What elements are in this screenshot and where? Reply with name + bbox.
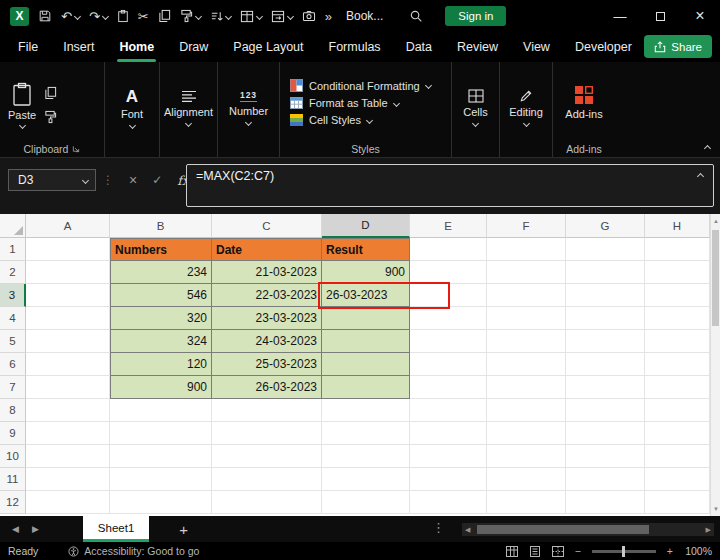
menu-tab-data[interactable]: Data	[404, 32, 434, 62]
formula-input[interactable]: =MAX(C2:C7)	[186, 164, 714, 207]
save-icon[interactable]	[38, 9, 52, 23]
normal-view-icon[interactable]	[506, 546, 518, 557]
vertical-scrollbar[interactable]: ▲ ▼	[710, 214, 720, 516]
cell-d11[interactable]	[322, 468, 410, 491]
column-header-a[interactable]: A	[26, 214, 110, 238]
cell-b11[interactable]	[110, 468, 212, 491]
cell-h10[interactable]	[645, 445, 710, 468]
zoom-out-icon[interactable]: −	[575, 545, 581, 557]
cell-d10[interactable]	[322, 445, 410, 468]
cell-e8[interactable]	[410, 399, 487, 422]
table-button[interactable]	[240, 10, 262, 23]
alignment-dropdown-icon[interactable]	[185, 119, 192, 126]
cells-dropdown-icon[interactable]	[472, 120, 479, 127]
column-header-c[interactable]: C	[212, 214, 322, 238]
row-header-1[interactable]: 1	[0, 238, 26, 261]
cell-a5[interactable]	[26, 330, 110, 353]
menu-tab-review[interactable]: Review	[455, 32, 500, 62]
row-header-6[interactable]: 6	[0, 353, 26, 376]
cell-e11[interactable]	[410, 468, 487, 491]
cell-c1[interactable]: Date	[212, 238, 322, 261]
cell-e5[interactable]	[410, 330, 487, 353]
clipboard-dialog-launcher-icon[interactable]	[72, 145, 80, 153]
menu-tab-page-layout[interactable]: Page Layout	[231, 32, 305, 62]
cell-f10[interactable]	[487, 445, 566, 468]
row-header-8[interactable]: 8	[0, 399, 26, 422]
cell-a2[interactable]	[26, 261, 110, 284]
zoom-in-icon[interactable]: +	[667, 545, 673, 557]
cell-a7[interactable]	[26, 376, 110, 399]
editing-group-button[interactable]: Editing	[500, 62, 552, 157]
horizontal-scrollbar-thumb[interactable]	[477, 525, 649, 534]
table-dropdown-icon[interactable]	[256, 12, 263, 19]
cell-g3[interactable]	[566, 284, 645, 307]
cell-h1[interactable]	[645, 238, 710, 261]
sort-dropdown-icon[interactable]	[225, 12, 232, 19]
cell-a9[interactable]	[26, 422, 110, 445]
cell-b12[interactable]	[110, 491, 212, 514]
menu-tab-draw[interactable]: Draw	[177, 32, 210, 62]
share-button[interactable]: Share	[644, 35, 712, 58]
sheet-tab-sheet1[interactable]: Sheet1	[83, 516, 149, 542]
cell-f3[interactable]	[487, 284, 566, 307]
cell-g10[interactable]	[566, 445, 645, 468]
copy-icon[interactable]	[158, 9, 171, 23]
cell-c7[interactable]: 26-03-2023	[212, 376, 322, 399]
row-header-7[interactable]: 7	[0, 376, 26, 399]
cell-e9[interactable]	[410, 422, 487, 445]
scroll-left-icon[interactable]: ◀	[465, 526, 470, 533]
cell-c3[interactable]: 22-03-2023	[212, 284, 322, 307]
cell-e1[interactable]	[410, 238, 487, 261]
cell-h11[interactable]	[645, 468, 710, 491]
cell-f7[interactable]	[487, 376, 566, 399]
cell-c11[interactable]	[212, 468, 322, 491]
cell-c10[interactable]	[212, 445, 322, 468]
cell-c5[interactable]: 24-03-2023	[212, 330, 322, 353]
font-dropdown-icon[interactable]	[128, 121, 135, 128]
font-group-button[interactable]: A Font	[105, 62, 159, 157]
format-as-table-button[interactable]: Format as Table	[290, 97, 443, 109]
cell-h12[interactable]	[645, 491, 710, 514]
menu-tab-formulas[interactable]: Formulas	[327, 32, 383, 62]
cell-h4[interactable]	[645, 307, 710, 330]
cell-g7[interactable]	[566, 376, 645, 399]
sheet-options-icon[interactable]: ⋮	[432, 520, 445, 535]
cell-c9[interactable]	[212, 422, 322, 445]
cell-e10[interactable]	[410, 445, 487, 468]
menu-tab-developer[interactable]: Developer	[573, 32, 634, 62]
scroll-up-icon[interactable]: ▲	[711, 218, 720, 224]
cell-f9[interactable]	[487, 422, 566, 445]
cell-a12[interactable]	[26, 491, 110, 514]
cell-f11[interactable]	[487, 468, 566, 491]
cell-f4[interactable]	[487, 307, 566, 330]
alignment-group-button[interactable]: Alignment	[160, 62, 217, 157]
format-painter-small-icon[interactable]	[44, 110, 57, 124]
camera-icon[interactable]	[302, 10, 316, 22]
undo-dropdown-icon[interactable]	[74, 12, 81, 19]
cell-g2[interactable]	[566, 261, 645, 284]
paste-dropdown-icon[interactable]	[19, 121, 26, 128]
row-header-10[interactable]: 10	[0, 445, 26, 468]
merge-center-button[interactable]	[271, 10, 293, 23]
copy-small-icon[interactable]	[44, 86, 57, 100]
paste-button[interactable]: Paste	[8, 68, 36, 141]
cell-d1[interactable]: Result	[322, 238, 410, 261]
cell-a8[interactable]	[26, 399, 110, 422]
row-header-4[interactable]: 4	[0, 307, 26, 330]
cell-b4[interactable]: 320	[110, 307, 212, 330]
cell-d8[interactable]	[322, 399, 410, 422]
cell-b7[interactable]: 900	[110, 376, 212, 399]
cell-a10[interactable]	[26, 445, 110, 468]
scroll-down-icon[interactable]: ▼	[711, 506, 720, 512]
menu-tab-home[interactable]: Home	[117, 32, 156, 62]
cell-c2[interactable]: 21-03-2023	[212, 261, 322, 284]
row-header-12[interactable]: 12	[0, 491, 26, 514]
cell-e3[interactable]	[410, 284, 487, 307]
redo-button[interactable]: ↷	[89, 10, 108, 23]
cell-d2[interactable]: 900	[322, 261, 410, 284]
conditional-formatting-button[interactable]: Conditional Formatting	[290, 79, 443, 92]
cell-d3[interactable]: 26-03-2023	[322, 284, 410, 307]
page-break-preview-icon[interactable]	[552, 546, 564, 557]
number-dropdown-icon[interactable]	[245, 119, 252, 126]
cell-d9[interactable]	[322, 422, 410, 445]
